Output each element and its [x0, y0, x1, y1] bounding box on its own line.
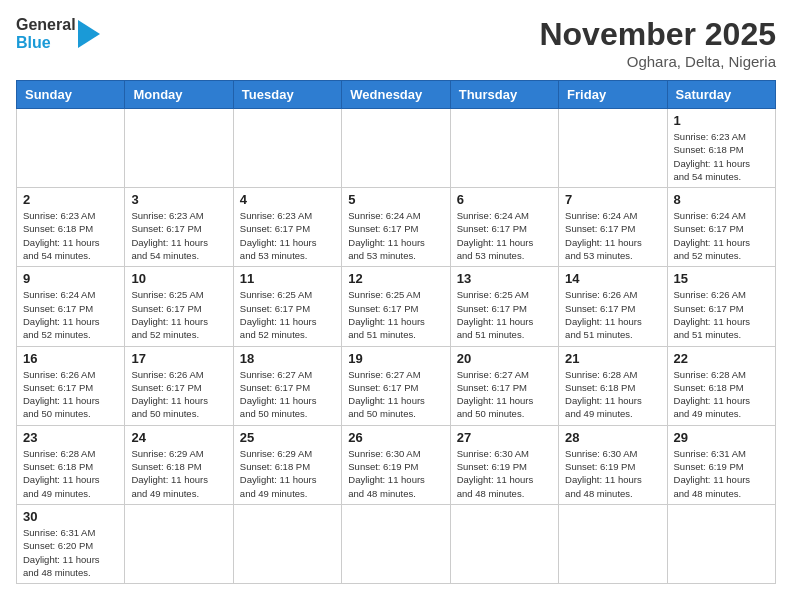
page-header: GeneralBlue November 2025 Oghara, Delta,… [16, 16, 776, 70]
day-info: Sunrise: 6:26 AM Sunset: 6:17 PM Dayligh… [131, 368, 226, 421]
day-info: Sunrise: 6:28 AM Sunset: 6:18 PM Dayligh… [565, 368, 660, 421]
day-number: 12 [348, 271, 443, 286]
calendar-cell [125, 504, 233, 583]
day-info: Sunrise: 6:30 AM Sunset: 6:19 PM Dayligh… [457, 447, 552, 500]
day-number: 13 [457, 271, 552, 286]
calendar-cell: 30Sunrise: 6:31 AM Sunset: 6:20 PM Dayli… [17, 504, 125, 583]
calendar-cell: 2Sunrise: 6:23 AM Sunset: 6:18 PM Daylig… [17, 188, 125, 267]
calendar-cell: 17Sunrise: 6:26 AM Sunset: 6:17 PM Dayli… [125, 346, 233, 425]
calendar-cell: 24Sunrise: 6:29 AM Sunset: 6:18 PM Dayli… [125, 425, 233, 504]
logo: GeneralBlue [16, 16, 108, 52]
day-info: Sunrise: 6:26 AM Sunset: 6:17 PM Dayligh… [565, 288, 660, 341]
calendar-cell: 27Sunrise: 6:30 AM Sunset: 6:19 PM Dayli… [450, 425, 558, 504]
day-info: Sunrise: 6:23 AM Sunset: 6:18 PM Dayligh… [23, 209, 118, 262]
svg-marker-0 [78, 20, 100, 48]
day-number: 24 [131, 430, 226, 445]
day-info: Sunrise: 6:24 AM Sunset: 6:17 PM Dayligh… [348, 209, 443, 262]
day-number: 5 [348, 192, 443, 207]
calendar-cell [342, 109, 450, 188]
day-number: 21 [565, 351, 660, 366]
day-number: 14 [565, 271, 660, 286]
calendar-cell [450, 109, 558, 188]
calendar-cell: 5Sunrise: 6:24 AM Sunset: 6:17 PM Daylig… [342, 188, 450, 267]
weekday-header-thursday: Thursday [450, 81, 558, 109]
weekday-header-saturday: Saturday [667, 81, 775, 109]
day-number: 19 [348, 351, 443, 366]
calendar-cell: 22Sunrise: 6:28 AM Sunset: 6:18 PM Dayli… [667, 346, 775, 425]
day-number: 6 [457, 192, 552, 207]
weekday-header-sunday: Sunday [17, 81, 125, 109]
calendar-cell: 9Sunrise: 6:24 AM Sunset: 6:17 PM Daylig… [17, 267, 125, 346]
weekday-header-monday: Monday [125, 81, 233, 109]
day-number: 20 [457, 351, 552, 366]
calendar-cell [450, 504, 558, 583]
day-number: 30 [23, 509, 118, 524]
day-info: Sunrise: 6:28 AM Sunset: 6:18 PM Dayligh… [674, 368, 769, 421]
day-info: Sunrise: 6:23 AM Sunset: 6:17 PM Dayligh… [131, 209, 226, 262]
week-row-3: 9Sunrise: 6:24 AM Sunset: 6:17 PM Daylig… [17, 267, 776, 346]
day-info: Sunrise: 6:25 AM Sunset: 6:17 PM Dayligh… [348, 288, 443, 341]
calendar-cell: 7Sunrise: 6:24 AM Sunset: 6:17 PM Daylig… [559, 188, 667, 267]
calendar-cell: 26Sunrise: 6:30 AM Sunset: 6:19 PM Dayli… [342, 425, 450, 504]
day-number: 3 [131, 192, 226, 207]
day-info: Sunrise: 6:24 AM Sunset: 6:17 PM Dayligh… [674, 209, 769, 262]
calendar-cell: 6Sunrise: 6:24 AM Sunset: 6:17 PM Daylig… [450, 188, 558, 267]
calendar-cell: 28Sunrise: 6:30 AM Sunset: 6:19 PM Dayli… [559, 425, 667, 504]
day-number: 9 [23, 271, 118, 286]
week-row-5: 23Sunrise: 6:28 AM Sunset: 6:18 PM Dayli… [17, 425, 776, 504]
day-info: Sunrise: 6:29 AM Sunset: 6:18 PM Dayligh… [131, 447, 226, 500]
calendar-cell: 21Sunrise: 6:28 AM Sunset: 6:18 PM Dayli… [559, 346, 667, 425]
day-number: 23 [23, 430, 118, 445]
day-number: 26 [348, 430, 443, 445]
calendar-cell: 14Sunrise: 6:26 AM Sunset: 6:17 PM Dayli… [559, 267, 667, 346]
month-title: November 2025 [539, 16, 776, 53]
day-number: 17 [131, 351, 226, 366]
day-number: 11 [240, 271, 335, 286]
day-number: 28 [565, 430, 660, 445]
weekday-header-tuesday: Tuesday [233, 81, 341, 109]
day-info: Sunrise: 6:25 AM Sunset: 6:17 PM Dayligh… [131, 288, 226, 341]
day-info: Sunrise: 6:25 AM Sunset: 6:17 PM Dayligh… [240, 288, 335, 341]
calendar-cell: 19Sunrise: 6:27 AM Sunset: 6:17 PM Dayli… [342, 346, 450, 425]
logo-arrow-icon [78, 16, 108, 52]
calendar-cell: 10Sunrise: 6:25 AM Sunset: 6:17 PM Dayli… [125, 267, 233, 346]
day-info: Sunrise: 6:24 AM Sunset: 6:17 PM Dayligh… [457, 209, 552, 262]
calendar-cell: 18Sunrise: 6:27 AM Sunset: 6:17 PM Dayli… [233, 346, 341, 425]
calendar-cell: 20Sunrise: 6:27 AM Sunset: 6:17 PM Dayli… [450, 346, 558, 425]
calendar-cell: 23Sunrise: 6:28 AM Sunset: 6:18 PM Dayli… [17, 425, 125, 504]
calendar-table: SundayMondayTuesdayWednesdayThursdayFrid… [16, 80, 776, 584]
calendar-cell: 15Sunrise: 6:26 AM Sunset: 6:17 PM Dayli… [667, 267, 775, 346]
day-info: Sunrise: 6:30 AM Sunset: 6:19 PM Dayligh… [348, 447, 443, 500]
day-info: Sunrise: 6:25 AM Sunset: 6:17 PM Dayligh… [457, 288, 552, 341]
weekday-header-wednesday: Wednesday [342, 81, 450, 109]
week-row-6: 30Sunrise: 6:31 AM Sunset: 6:20 PM Dayli… [17, 504, 776, 583]
week-row-1: 1Sunrise: 6:23 AM Sunset: 6:18 PM Daylig… [17, 109, 776, 188]
day-info: Sunrise: 6:27 AM Sunset: 6:17 PM Dayligh… [348, 368, 443, 421]
weekday-header-row: SundayMondayTuesdayWednesdayThursdayFrid… [17, 81, 776, 109]
calendar-cell: 8Sunrise: 6:24 AM Sunset: 6:17 PM Daylig… [667, 188, 775, 267]
calendar-cell: 12Sunrise: 6:25 AM Sunset: 6:17 PM Dayli… [342, 267, 450, 346]
day-number: 29 [674, 430, 769, 445]
day-info: Sunrise: 6:24 AM Sunset: 6:17 PM Dayligh… [23, 288, 118, 341]
calendar-cell [342, 504, 450, 583]
day-number: 4 [240, 192, 335, 207]
day-number: 10 [131, 271, 226, 286]
week-row-2: 2Sunrise: 6:23 AM Sunset: 6:18 PM Daylig… [17, 188, 776, 267]
day-number: 15 [674, 271, 769, 286]
day-number: 1 [674, 113, 769, 128]
calendar-cell: 4Sunrise: 6:23 AM Sunset: 6:17 PM Daylig… [233, 188, 341, 267]
calendar-cell: 16Sunrise: 6:26 AM Sunset: 6:17 PM Dayli… [17, 346, 125, 425]
day-number: 22 [674, 351, 769, 366]
logo-general-text: General [16, 16, 76, 34]
day-number: 25 [240, 430, 335, 445]
logo-blue-text: Blue [16, 34, 76, 52]
day-info: Sunrise: 6:27 AM Sunset: 6:17 PM Dayligh… [457, 368, 552, 421]
day-info: Sunrise: 6:27 AM Sunset: 6:17 PM Dayligh… [240, 368, 335, 421]
day-number: 8 [674, 192, 769, 207]
day-number: 27 [457, 430, 552, 445]
day-info: Sunrise: 6:29 AM Sunset: 6:18 PM Dayligh… [240, 447, 335, 500]
day-info: Sunrise: 6:24 AM Sunset: 6:17 PM Dayligh… [565, 209, 660, 262]
day-info: Sunrise: 6:26 AM Sunset: 6:17 PM Dayligh… [674, 288, 769, 341]
day-info: Sunrise: 6:30 AM Sunset: 6:19 PM Dayligh… [565, 447, 660, 500]
calendar-cell: 25Sunrise: 6:29 AM Sunset: 6:18 PM Dayli… [233, 425, 341, 504]
